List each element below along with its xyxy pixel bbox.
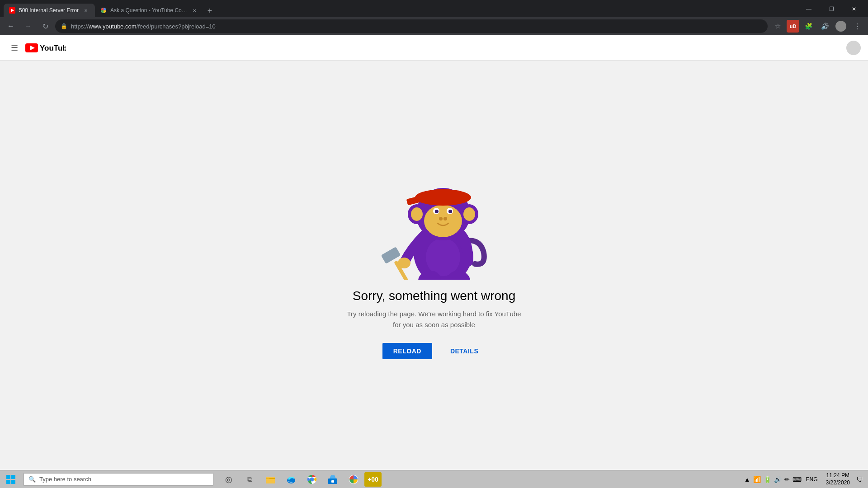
svg-point-7: [426, 238, 460, 276]
yt-logo[interactable]: YouTube: [25, 43, 66, 52]
google-taskbar-icon: [349, 474, 359, 484]
windows-logo-icon: [6, 475, 15, 484]
youtube-favicon-icon: [9, 7, 15, 14]
taskbar: 🔍 Type here to search ◎ ⧉: [0, 470, 868, 488]
svg-rect-41: [331, 480, 334, 483]
error-title: Sorry, something went wrong: [353, 289, 516, 303]
taskbar-extra-app-button[interactable]: +00: [364, 472, 382, 487]
svg-rect-36: [266, 477, 269, 479]
taskbar-cortana-button[interactable]: ◎: [219, 471, 239, 488]
profile-icon[interactable]: [834, 19, 848, 33]
volume-icon[interactable]: 🔊: [774, 476, 782, 483]
svg-text:YouTube: YouTube: [40, 44, 66, 52]
clock-date: 3/22/2020: [826, 479, 850, 487]
hamburger-menu-button[interactable]: ☰: [7, 39, 22, 56]
yt-logo-icon: YouTube: [25, 43, 66, 52]
svg-rect-28: [381, 247, 401, 264]
audio-icon[interactable]: 🔊: [817, 19, 832, 33]
refresh-button[interactable]: ↻: [38, 19, 52, 33]
yt-header: ☰ YouTube: [0, 35, 868, 61]
svg-point-20: [435, 210, 439, 213]
error-subtitle: Try reloading the page. We're working ha…: [344, 309, 524, 330]
taskbar-taskview-button[interactable]: ⧉: [240, 471, 259, 488]
svg-point-17: [424, 205, 462, 237]
svg-rect-32: [11, 480, 15, 484]
svg-point-21: [448, 210, 452, 213]
url-domain: www.youtube.com: [89, 23, 137, 30]
svg-point-14: [411, 207, 423, 221]
close-button[interactable]: ✕: [844, 3, 864, 15]
language-indicator[interactable]: ENG: [804, 476, 820, 483]
taskbar-store-button[interactable]: [323, 471, 343, 488]
ublock-extension-icon[interactable]: uD: [787, 20, 799, 33]
url-text: https://www.youtube.com/feed/purchases?p…: [71, 23, 216, 30]
taskbar-chrome-button[interactable]: [302, 471, 322, 488]
svg-point-23: [443, 217, 447, 221]
toolbar-right: ☆ uD 🧩 🔊 ⋮: [770, 19, 864, 33]
tab-2-close[interactable]: ✕: [191, 7, 198, 14]
edge-icon: [286, 474, 296, 484]
battery-icon[interactable]: 🔋: [764, 476, 771, 483]
svg-rect-31: [6, 480, 10, 484]
taskbar-apps: ◎ ⧉: [219, 471, 382, 488]
clock-time: 11:24 PM: [826, 472, 849, 479]
yt-header-right: [846, 41, 861, 55]
error-content: Sorry, something went wrong Try reloadin…: [0, 61, 868, 470]
pen-icon[interactable]: ✏: [784, 476, 790, 483]
taskbar-fileexplorer-button[interactable]: [260, 471, 280, 488]
back-button[interactable]: ←: [4, 19, 18, 33]
minimize-button[interactable]: —: [798, 3, 819, 15]
yt-avatar[interactable]: [846, 41, 861, 55]
keyboard-icon[interactable]: ⌨: [793, 476, 802, 483]
tab-1[interactable]: 500 Internal Server Error ✕: [4, 4, 95, 17]
taskbar-google-button[interactable]: [344, 471, 363, 488]
tab-2-label: Ask a Question - YouTube Comm: [110, 7, 187, 14]
error-buttons: RELOAD DETAILS: [382, 343, 486, 359]
extension-icon[interactable]: 🧩: [801, 19, 816, 33]
svg-rect-30: [11, 475, 15, 479]
error-monkey-illustration: [371, 144, 497, 280]
browser-chrome: 500 Internal Server Error ✕ Ask a Questi…: [0, 0, 868, 35]
yt-page: ☰ YouTube: [0, 35, 868, 470]
svg-rect-29: [6, 475, 10, 479]
url-protocol: https://: [71, 23, 89, 30]
star-icon[interactable]: ☆: [770, 19, 785, 33]
reload-button[interactable]: RELOAD: [382, 343, 432, 359]
show-hidden-icons-button[interactable]: ▲: [744, 476, 750, 483]
address-bar-row: ← → ↻ 🔒 https://www.youtube.com/feed/pur…: [0, 17, 868, 35]
maximize-button[interactable]: ❐: [821, 3, 842, 15]
tab-1-label: 500 Internal Server Error: [19, 7, 79, 14]
taskbar-search-icon: 🔍: [28, 476, 36, 483]
url-path: /feed/purchases?pbjreload=10: [137, 23, 216, 30]
tab-1-close[interactable]: ✕: [82, 7, 90, 14]
tab-2[interactable]: Ask a Question - YouTube Comm ✕: [95, 4, 203, 17]
svg-point-16: [463, 207, 475, 221]
svg-point-22: [439, 217, 443, 221]
file-explorer-icon: [265, 474, 275, 484]
details-button[interactable]: DETAILS: [443, 343, 486, 359]
network-icon[interactable]: 📶: [753, 476, 761, 483]
google-favicon-icon: [100, 7, 107, 14]
taskbar-right: ▲ 📶 🔋 🔊 ✏ ⌨ ENG 11:24 PM 3/22/2020 🗨: [744, 472, 868, 486]
system-clock[interactable]: 11:24 PM 3/22/2020: [822, 472, 854, 486]
notification-button[interactable]: 🗨: [856, 476, 863, 483]
tab-bar-wrapper: 500 Internal Server Error ✕ Ask a Questi…: [0, 4, 798, 17]
lock-icon: 🔒: [61, 23, 67, 29]
window-controls: — ❐ ✕: [798, 3, 868, 17]
taskbar-edge-button[interactable]: [281, 471, 301, 488]
chrome-icon: [307, 474, 317, 484]
browser-menu-button[interactable]: ⋮: [850, 19, 864, 33]
taskbar-search-bar[interactable]: 🔍 Type here to search: [24, 473, 213, 486]
start-button[interactable]: [0, 470, 22, 488]
new-tab-button[interactable]: +: [203, 5, 216, 17]
store-icon: [328, 474, 338, 484]
taskbar-search-placeholder: Type here to search: [39, 476, 91, 483]
address-bar[interactable]: 🔒 https://www.youtube.com/feed/purchases…: [55, 19, 768, 33]
forward-button[interactable]: →: [21, 19, 35, 33]
